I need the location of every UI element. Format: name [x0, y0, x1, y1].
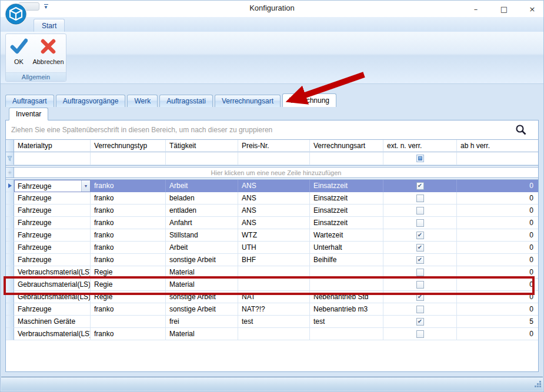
app-cube-icon[interactable]: [4, 2, 28, 26]
grid-cell[interactable]: [238, 279, 310, 291]
grid-cell[interactable]: Nebenantrieb Std: [310, 291, 383, 303]
grid-cell[interactable]: Fahrzeuge: [14, 229, 91, 242]
grid-cell-checkbox[interactable]: [383, 291, 457, 303]
tab-auftragsvorgaenge[interactable]: Auftragsvorgänge: [56, 95, 126, 107]
grid-cell[interactable]: WTZ: [238, 229, 310, 242]
checkbox-unchecked-icon[interactable]: [416, 207, 424, 215]
grid-cell-value[interactable]: 0: [457, 192, 538, 205]
table-row[interactable]: FahrzeugefrankoentladenANSEinsatzzeit0: [6, 205, 538, 217]
grid-cell-checkbox[interactable]: [383, 229, 457, 242]
table-row[interactable]: FahrzeugefrankoArbeitUTHUnterhalt0: [6, 242, 538, 254]
grid-cell-checkbox[interactable]: [383, 316, 457, 328]
grid-cell[interactable]: Stillstand: [166, 229, 238, 242]
grid-cell[interactable]: [238, 266, 310, 279]
grid-cell[interactable]: Einsatzzeit: [310, 205, 383, 217]
grid-cell[interactable]: NAT: [238, 291, 310, 303]
grid-cell[interactable]: Fahrzeuge: [14, 254, 91, 266]
column-header-ext-n-verr[interactable]: ext. n. verr.: [383, 140, 457, 152]
table-row[interactable]: Maschinen Gerätefreitesttest5: [6, 316, 538, 328]
grid-cell-checkbox[interactable]: [383, 266, 457, 279]
table-row[interactable]: Verbrauchsmaterial(LS)frankoMaterial0: [6, 328, 538, 340]
grid-cell[interactable]: Fahrzeuge: [14, 303, 91, 316]
grid-cell[interactable]: sonstige Arbeit: [166, 303, 238, 316]
table-row[interactable]: FahrzeugefrankoStillstandWTZWartezeit0: [6, 229, 538, 242]
filter-cell[interactable]: [310, 152, 383, 165]
abbrechen-button[interactable]: Abbrechen: [31, 34, 66, 73]
table-row[interactable]: FahrzeugefrankobeladenANSEinsatzzeit0: [6, 192, 538, 205]
grid-cell-checkbox[interactable]: [383, 328, 457, 340]
filter-cell[interactable]: [91, 152, 166, 165]
table-row[interactable]: Gebrauchsmaterial(LS)Regiesonstige Arbei…: [6, 291, 538, 303]
checkbox-unchecked-icon[interactable]: [416, 219, 424, 227]
grid-cell[interactable]: Gebrauchsmaterial(LS): [14, 291, 91, 303]
table-row[interactable]: Fahrzeuge▼frankoArbeitANSEinsatzzeit0: [6, 180, 538, 192]
grid-cell-checkbox[interactable]: [383, 180, 457, 192]
grid-cell[interactable]: Material: [166, 266, 238, 279]
ok-button[interactable]: OK: [7, 34, 31, 73]
tab-auftragsart[interactable]: Auftragsart: [5, 95, 54, 107]
grid-cell[interactable]: Fahrzeuge▼: [14, 180, 91, 192]
table-row[interactable]: Verbrauchsmaterial(LS)RegieMaterial0: [6, 266, 538, 279]
checkbox-unchecked-icon[interactable]: [416, 269, 424, 276]
checkbox-filter-icon[interactable]: [416, 155, 424, 162]
grid-cell[interactable]: Verbrauchsmaterial(LS): [14, 328, 91, 340]
grid-cell[interactable]: Maschinen Geräte: [14, 316, 91, 328]
grid-cell[interactable]: franko: [91, 205, 166, 217]
column-header-verrechnungstyp[interactable]: Verrechnungstyp: [91, 140, 166, 152]
grid-cell[interactable]: [310, 279, 383, 291]
checkbox-checked-icon[interactable]: [416, 293, 424, 301]
table-row[interactable]: Fahrzeugefrankosonstige ArbeitNAT?!?Nebe…: [6, 303, 538, 316]
grid-cell[interactable]: Unterhalt: [310, 242, 383, 254]
ribbon-tab-start[interactable]: Start: [34, 19, 65, 32]
grid-cell-value[interactable]: 0: [457, 242, 538, 254]
filter-cell[interactable]: [166, 152, 238, 165]
grid-cell[interactable]: UTH: [238, 242, 310, 254]
grid-cell[interactable]: BHF: [238, 254, 310, 266]
grid-cell-checkbox[interactable]: [383, 279, 457, 291]
tab-verrechnung[interactable]: Verrechnung: [282, 93, 336, 107]
grid-cell[interactable]: franko: [91, 229, 166, 242]
search-icon[interactable]: [515, 123, 528, 136]
grid-cell[interactable]: Regie: [91, 266, 166, 279]
grid-cell[interactable]: Gebrauchsmaterial(LS): [14, 279, 91, 291]
column-header-preis-nr[interactable]: Preis-Nr.: [238, 140, 310, 152]
checkbox-unchecked-icon[interactable]: [416, 330, 424, 338]
tab-werk[interactable]: Werk: [127, 95, 158, 107]
grid-cell-value[interactable]: 0: [457, 229, 538, 242]
table-row[interactable]: Fahrzeugefrankosonstige ArbeitBHFBeihilf…: [6, 254, 538, 266]
table-row[interactable]: FahrzeugefrankoAnfahrtANSEinsatzzeit0: [6, 217, 538, 229]
grid-cell[interactable]: ANS: [238, 205, 310, 217]
grid-cell[interactable]: Beihilfe: [310, 254, 383, 266]
grid-cell-value[interactable]: 0: [457, 205, 538, 217]
grid-cell[interactable]: test: [238, 316, 310, 328]
grid-cell[interactable]: ANS: [238, 180, 310, 192]
tab-auftragsstati[interactable]: Auftragsstati: [159, 95, 213, 107]
chevron-down-icon[interactable]: ▼: [81, 180, 90, 192]
grid-cell-checkbox[interactable]: [383, 254, 457, 266]
grid-cell[interactable]: Einsatzzeit: [310, 192, 383, 205]
grid-cell[interactable]: sonstige Arbeit: [166, 254, 238, 266]
checkbox-checked-icon[interactable]: [416, 244, 424, 252]
grid-cell[interactable]: franko: [91, 328, 166, 340]
column-header-materialtyp[interactable]: Materialtyp: [14, 140, 91, 152]
filter-cell[interactable]: [238, 152, 310, 165]
grid-cell[interactable]: frei: [166, 316, 238, 328]
filter-cell[interactable]: [457, 152, 538, 165]
grid-cell-checkbox[interactable]: [383, 205, 457, 217]
tab-inventar[interactable]: Inventar: [9, 108, 48, 120]
minimize-icon[interactable]: –: [470, 5, 481, 14]
grid-cell-value[interactable]: 0: [457, 291, 538, 303]
grid-cell[interactable]: [310, 266, 383, 279]
grid-cell-checkbox[interactable]: [383, 192, 457, 205]
grid-cell-value[interactable]: 0: [457, 254, 538, 266]
checkbox-checked-icon[interactable]: [416, 182, 424, 190]
checkbox-unchecked-icon[interactable]: [416, 195, 424, 202]
group-by-area[interactable]: Ziehen Sie eine Spaltenüberschrift in di…: [6, 120, 538, 139]
new-row-band[interactable]: ✳ Hier klicken um eine neue Zeile hinzuz…: [6, 167, 538, 177]
filter-cell[interactable]: [14, 152, 91, 165]
grid-cell-value[interactable]: 0: [457, 180, 538, 192]
column-header-verrechnungsart[interactable]: Verrechnungsart: [310, 140, 383, 152]
grid-cell[interactable]: franko: [91, 254, 166, 266]
grid-cell-value[interactable]: 0: [457, 328, 538, 340]
grid-cell[interactable]: franko: [91, 242, 166, 254]
